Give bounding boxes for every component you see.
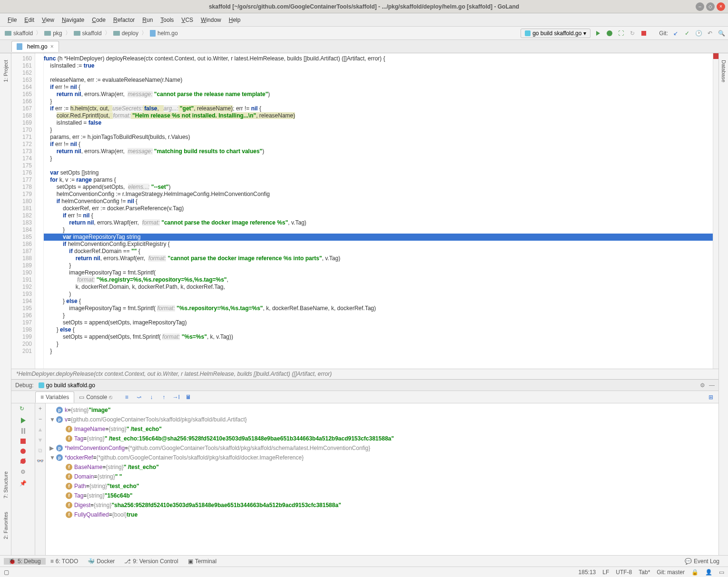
stop-button[interactable]: [20, 439, 26, 444]
menu-tools[interactable]: Tools: [157, 17, 177, 23]
variable-row[interactable]: ▼pv = {github.com/GoogleContainerTools/s…: [46, 415, 718, 424]
terminal-tool-button[interactable]: ▣Terminal: [183, 558, 221, 565]
run-to-cursor-icon[interactable]: →I: [172, 393, 180, 401]
variable-row[interactable]: fTag = {string} "156c64b": [46, 491, 718, 500]
database-tool-tab[interactable]: Database: [720, 58, 728, 84]
settings-icon[interactable]: ⚙: [20, 469, 26, 475]
todo-tool-button[interactable]: ≡6: TODO: [46, 558, 83, 565]
variable-row[interactable]: pk = {string} "image": [46, 405, 718, 415]
variable-row[interactable]: ▶p*helmConventionConfig = {*github.com/G…: [46, 443, 718, 453]
pause-button[interactable]: [21, 428, 25, 434]
expand-icon[interactable]: ▼: [49, 454, 56, 461]
caret-position[interactable]: 185:13: [579, 569, 596, 576]
profile-button[interactable]: ↻: [629, 29, 636, 37]
rerun-button[interactable]: ↻: [20, 405, 27, 413]
step-into-icon[interactable]: ↓: [148, 393, 155, 401]
breadcrumb-item[interactable]: skaffold: [72, 30, 104, 37]
hector-icon[interactable]: 👤: [705, 569, 712, 576]
variable-row[interactable]: fTag = {string} " /test_echo:156c64b@sha…: [46, 434, 718, 443]
file-tab[interactable]: helm.go ×: [11, 41, 59, 52]
breadcrumb-item[interactable]: pkg: [42, 30, 64, 37]
search-button[interactable]: 🔍: [718, 29, 725, 37]
coverage-button[interactable]: ⛶: [617, 29, 625, 37]
menu-run[interactable]: Run: [138, 17, 157, 23]
code-area[interactable]: func (h *HelmDeployer) deployRelease(ctx…: [44, 53, 713, 369]
debug-tool-button[interactable]: 🐞5: Debug: [4, 558, 46, 565]
variable-row[interactable]: fPath = {string} "test_echo": [46, 481, 718, 491]
copy-button[interactable]: ⧉: [38, 447, 42, 454]
lock-icon[interactable]: 🔒: [691, 569, 698, 576]
menu-refactor[interactable]: Refactor: [109, 17, 138, 23]
vcs-tool-button[interactable]: ⎇9: Version Control: [119, 558, 183, 565]
resume-button[interactable]: [21, 418, 26, 423]
code-editor[interactable]: 1601611621631641651661671681691701711721…: [11, 53, 718, 369]
vcs-update-button[interactable]: ↙: [672, 29, 679, 37]
variable-row[interactable]: fFullyQualified = {bool} true: [46, 510, 718, 519]
menu-window[interactable]: Window: [197, 17, 225, 23]
error-marker[interactable]: [713, 53, 718, 59]
menu-navigate[interactable]: Navigate: [58, 17, 88, 23]
variables-tree[interactable]: pk = {string} "image"▼pv = {github.com/G…: [46, 403, 718, 555]
glasses-icon[interactable]: 👓: [37, 458, 44, 464]
up-button[interactable]: ▲: [38, 426, 43, 433]
menu-code[interactable]: Code: [88, 17, 109, 23]
minimize-icon[interactable]: —: [709, 382, 715, 389]
step-out-icon[interactable]: ↑: [160, 393, 167, 401]
fold-column[interactable]: [35, 53, 44, 369]
evaluate-icon[interactable]: 🖩: [185, 393, 192, 401]
structure-tool-tab[interactable]: 7: Structure: [2, 469, 10, 500]
add-watch-button[interactable]: +: [39, 405, 42, 412]
tab-variables[interactable]: ≡ Variables: [35, 391, 74, 403]
var-name: Tag: [74, 492, 83, 499]
project-tool-tab[interactable]: 1: Project: [2, 58, 10, 84]
step-over-icon[interactable]: ⤻: [135, 393, 143, 401]
show-frames-icon[interactable]: ≡: [123, 393, 130, 401]
down-button[interactable]: ▼: [38, 437, 43, 443]
restore-layout-icon[interactable]: ⊞: [707, 393, 715, 401]
mute-breakpoints-button[interactable]: [20, 459, 26, 464]
error-stripe[interactable]: [713, 53, 718, 369]
variable-row[interactable]: ▼p*dockerRef = {*github.com/GoogleContai…: [46, 453, 718, 462]
eventlog-button[interactable]: 💬Event Log: [680, 558, 724, 565]
variable-row[interactable]: fImageName = {string} " /test_echo": [46, 424, 718, 434]
debug-button[interactable]: [606, 29, 613, 37]
pin-icon[interactable]: 📌: [20, 480, 27, 487]
tab-console[interactable]: ▭ Console ⎋: [74, 392, 117, 402]
variable-row[interactable]: fDomain = {string} " ": [46, 472, 718, 481]
view-breakpoints-button[interactable]: [20, 449, 26, 454]
line-separator[interactable]: LF: [602, 569, 609, 576]
var-name: ImageName: [74, 426, 105, 432]
variable-row[interactable]: fBaseName = {string} " /test_echo": [46, 462, 718, 472]
close-button[interactable]: ×: [717, 2, 725, 11]
menu-edit[interactable]: Edit: [20, 17, 38, 23]
vcs-history-button[interactable]: 🕑: [695, 29, 702, 37]
git-branch[interactable]: Git: master: [657, 569, 685, 576]
menu-view[interactable]: View: [38, 17, 58, 23]
menu-file[interactable]: File: [4, 17, 20, 23]
encoding[interactable]: UTF-8: [616, 569, 632, 576]
stop-button[interactable]: [640, 29, 648, 37]
maximize-button[interactable]: ◇: [706, 2, 715, 11]
close-icon[interactable]: ×: [50, 43, 54, 50]
favorites-tool-tab[interactable]: 2: Favorites: [2, 510, 10, 541]
variable-row[interactable]: fDigest = {string} "sha256:9528fd52410e3…: [46, 500, 718, 510]
breadcrumb-item[interactable]: skaffold: [3, 30, 35, 37]
menu-help[interactable]: Help: [225, 17, 245, 23]
go-icon: [525, 30, 531, 36]
memory-icon[interactable]: ▭: [719, 569, 724, 576]
menu-vcs[interactable]: VCS: [177, 17, 197, 23]
vcs-commit-button[interactable]: ✓: [683, 29, 691, 37]
expand-icon[interactable]: ▼: [49, 416, 56, 423]
minimize-button[interactable]: –: [696, 2, 704, 11]
breadcrumb-item[interactable]: helm.go: [148, 30, 180, 37]
docker-tool-button[interactable]: 🐳Docker: [83, 558, 119, 565]
run-button[interactable]: [594, 29, 602, 37]
toolwindow-button[interactable]: ▢: [4, 569, 9, 576]
gear-icon[interactable]: ⚙: [700, 382, 705, 389]
breadcrumb-item[interactable]: deploy: [111, 30, 140, 37]
indent[interactable]: Tab*: [639, 569, 650, 576]
remove-watch-button[interactable]: −: [39, 416, 42, 422]
expand-icon[interactable]: ▶: [49, 445, 56, 451]
run-config-combo[interactable]: go build skaffold.go ▾: [521, 29, 590, 38]
vcs-revert-button[interactable]: ↶: [706, 29, 714, 37]
